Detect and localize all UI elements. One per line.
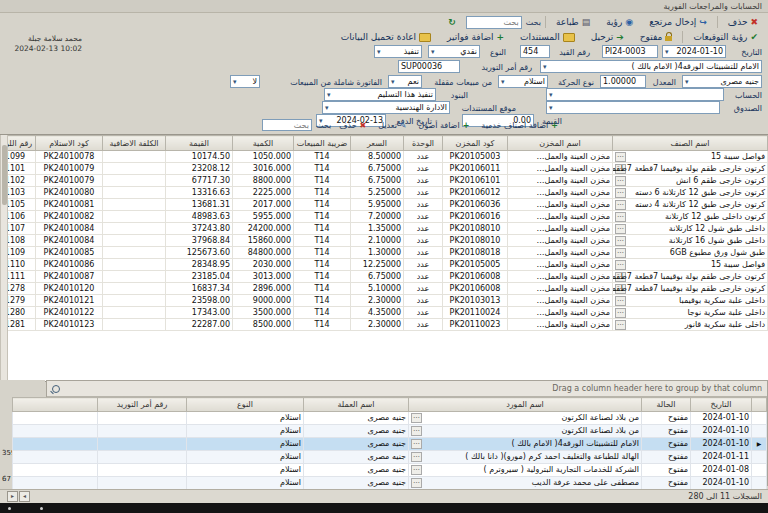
- table-row[interactable]: …داخلى طبق شول 12 كارتلانةمخزن العينة وا…: [0, 223, 768, 235]
- next-record-button[interactable]: ▸: [7, 491, 18, 502]
- entry-number-field[interactable]: 454: [520, 45, 550, 58]
- column-header-extra[interactable]: الكلفة الاضافية: [103, 136, 166, 151]
- invoice-includes-select[interactable]: لا▾: [230, 75, 260, 88]
- table-row[interactable]: 2024-01-10مفتوح…من بلاد لصناعة الكرتونجن…: [13, 412, 767, 425]
- exec-select[interactable]: تنفيذ▾: [374, 45, 422, 58]
- column-header-item[interactable]: اسم الصنف: [613, 136, 768, 151]
- table-row[interactable]: …داخلى علبة سكرية بوقيمبامخزن العينة وال…: [0, 295, 768, 307]
- table-row[interactable]: …داخلى علبة سكرية قانورمخزن العينة والعم…: [0, 319, 768, 331]
- refresh-button[interactable]: ↻: [442, 15, 462, 29]
- enter-return-button[interactable]: ↪إدخال مرتجع: [643, 15, 713, 29]
- table-row[interactable]: …طبق شول ورق مطبوع 6GBمخزن العينة والعمل…: [0, 247, 768, 259]
- vertical-scrollbar[interactable]: [0, 135, 8, 381]
- cashbox-select[interactable]: ▾: [546, 101, 720, 114]
- table-row[interactable]: …داخلى علبة سكرية نوجامخزن العينة والعمل…: [0, 307, 768, 319]
- group-by-bar[interactable]: Drag a column header here to group by th…: [47, 381, 767, 397]
- supply-order-field[interactable]: SUP00036: [398, 60, 460, 73]
- table-row[interactable]: 2024-01-10مفتوح…من بلاد لصناعة الكرتونجن…: [13, 425, 767, 438]
- column-header-qty[interactable]: الكمية: [233, 136, 294, 151]
- lookup-ellipsis-button[interactable]: …: [615, 164, 626, 174]
- lookup-ellipsis-button[interactable]: …: [411, 439, 422, 449]
- lookup-ellipsis-button[interactable]: …: [615, 272, 626, 282]
- rate-field[interactable]: 1.00000: [600, 75, 646, 88]
- delete-button[interactable]: ✖حذف: [722, 15, 764, 29]
- movement-type-select[interactable]: استلام▾: [498, 75, 548, 88]
- column-header-order_no[interactable]: رقم أمر التوريد: [98, 398, 187, 412]
- column-header-marker[interactable]: [752, 398, 767, 412]
- date-input[interactable]: 2024-01-10▾: [662, 45, 726, 58]
- supplier-select[interactable]: الامام للتشبيثات الورقه4( الامام بالك )▾: [540, 60, 762, 73]
- table-row[interactable]: …فواصل سيبة 15مخزن العينة والعمل…PK20105…: [0, 259, 768, 271]
- column-header-warehouse[interactable]: اسم المخزن: [508, 136, 613, 151]
- lookup-ellipsis-button[interactable]: …: [615, 236, 626, 246]
- reload-data-button[interactable]: اعادة تحميل البيانات: [335, 30, 437, 44]
- account-select[interactable]: ▾: [546, 88, 724, 101]
- edit-row-button[interactable]: ✎تعديل: [374, 120, 410, 131]
- documents-button[interactable]: المستندات: [514, 30, 581, 44]
- lookup-ellipsis-button[interactable]: …: [615, 188, 626, 198]
- prev-record-button[interactable]: ◂: [19, 491, 30, 502]
- docs-location-select[interactable]: الادارة الهندسية▾: [322, 101, 450, 114]
- table-row[interactable]: …كرتون خارجى طبق 12 كارتلانة 6 دستهمخزن …: [0, 187, 768, 199]
- column-header-supplier[interactable]: اسم المورد: [409, 398, 642, 412]
- table-row[interactable]: …كرتون داخلى طبق 12 كارتلانةمخزن العينة …: [0, 211, 768, 223]
- open-status-button[interactable]: مفتوح: [634, 30, 679, 44]
- currency-select[interactable]: جنيه مصرى▾: [682, 75, 762, 88]
- search-input[interactable]: [466, 16, 522, 29]
- lookup-ellipsis-button[interactable]: …: [615, 284, 626, 294]
- post-button[interactable]: ➔ترحيل: [585, 30, 630, 44]
- table-row[interactable]: …كرتون خارجى طقم بولة بوقيمبا 7قطعة 7طقم…: [0, 271, 768, 283]
- column-header-value[interactable]: القيمة: [166, 136, 233, 151]
- table-row[interactable]: …كرتون خارجى طقم 6 انشمخزن العينة والعمل…: [0, 175, 768, 187]
- lookup-ellipsis-button[interactable]: …: [615, 320, 626, 330]
- table-row[interactable]: …كرتون خارجى طبق 12 كارتلانة 4 دستهمخزن …: [0, 199, 768, 211]
- lookup-ellipsis-button[interactable]: …: [411, 465, 422, 475]
- column-header-unit[interactable]: الوحدة: [404, 136, 443, 151]
- add-invoices-button[interactable]: +اضافة فواتير: [441, 30, 510, 44]
- column-header-status[interactable]: الحالة: [642, 398, 691, 412]
- lookup-ellipsis-button[interactable]: …: [411, 426, 422, 436]
- table-row[interactable]: 2024-01-08مفتوح…الشركة للخدمات التجارية …: [13, 464, 767, 477]
- add-service-items-button[interactable]: +اضافة اصناف خدمية: [477, 120, 562, 131]
- table-row[interactable]: …فواصل سيبة 15مخزن العينة والعمل…PK20105…: [0, 151, 768, 163]
- doc-number-field[interactable]: PI24-0003: [602, 45, 658, 58]
- view-signatures-button[interactable]: ✔رؤية التوقيعات: [687, 30, 764, 44]
- lookup-ellipsis-button[interactable]: …: [411, 452, 422, 462]
- column-header-tax[interactable]: ضريبة المبيعات: [294, 136, 351, 151]
- view-button[interactable]: ◉رؤية: [600, 15, 639, 29]
- table-row[interactable]: 2024-01-10مفتوح…مصطفى على محمد عرفة الدي…: [13, 477, 767, 490]
- lookup-ellipsis-button[interactable]: …: [411, 413, 422, 423]
- cell-extra: [103, 259, 166, 271]
- lookup-ellipsis-button[interactable]: …: [615, 248, 626, 258]
- terms-select[interactable]: تنفيذ هذا التسليم▾: [324, 88, 436, 101]
- column-header-receipt[interactable]: كود الاستلام: [36, 136, 103, 151]
- table-row[interactable]: …كرتون خارجى طقم بولة بوقيمبا 7قطعة 7طقم…: [0, 283, 768, 295]
- closed-sales-select[interactable]: نعم▾: [388, 75, 422, 88]
- lookup-ellipsis-button[interactable]: …: [615, 152, 626, 162]
- column-header-date[interactable]: التاريخ: [691, 398, 752, 412]
- lookup-ellipsis-button[interactable]: …: [615, 176, 626, 186]
- column-header-currency[interactable]: اسم العملة: [304, 398, 409, 412]
- lookup-ellipsis-button[interactable]: …: [615, 308, 626, 318]
- scrollbar-thumb[interactable]: [2, 145, 7, 205]
- column-header-price[interactable]: السعر: [351, 136, 404, 151]
- lookup-ellipsis-button[interactable]: …: [615, 260, 626, 270]
- grid-search-input[interactable]: [262, 119, 312, 131]
- print-button[interactable]: ▤طباعة: [550, 15, 596, 29]
- add-assets-button[interactable]: +اضافة أصول: [415, 120, 474, 131]
- search-icon[interactable]: [52, 385, 60, 393]
- lookup-ellipsis-button[interactable]: …: [615, 212, 626, 222]
- lookup-ellipsis-button[interactable]: …: [615, 296, 626, 306]
- column-header-fill[interactable]: [13, 398, 98, 412]
- type-select[interactable]: نقدي▾: [428, 45, 480, 58]
- column-header-code[interactable]: كود المخزن: [443, 136, 508, 151]
- delete-row-button[interactable]: ✖حذف: [335, 120, 370, 131]
- column-header-type[interactable]: النوع: [187, 398, 304, 412]
- lookup-ellipsis-button[interactable]: …: [615, 200, 626, 210]
- table-row[interactable]: 2024-01-11مفتوح…الهالة للطباعة والتغليف …: [13, 451, 767, 464]
- lookup-ellipsis-button[interactable]: …: [615, 224, 626, 234]
- table-row[interactable]: …داخلى طبق شول 16 كارتلانةمخزن العينة وا…: [0, 235, 768, 247]
- lookup-ellipsis-button[interactable]: …: [411, 478, 422, 488]
- table-row[interactable]: ▶2024-01-10مفتوح…الامام للتشبيثات الورقه…: [13, 438, 767, 451]
- table-row[interactable]: …كرتون خارجى طقم بولة بوقيمبا 7قطعة 7طقم…: [0, 163, 768, 175]
